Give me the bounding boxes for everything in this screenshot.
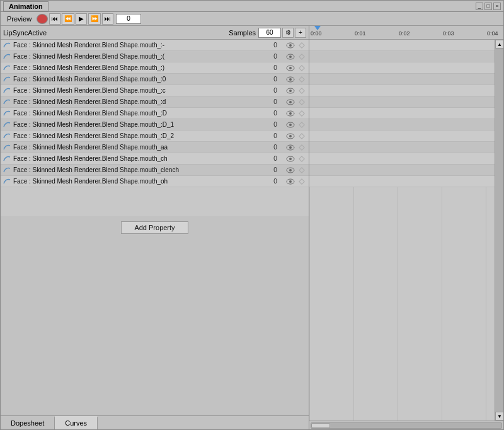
property-value: 0 bbox=[266, 110, 285, 117]
v-scrollbar[interactable]: ▲ ▼ bbox=[495, 40, 503, 421]
svg-rect-26 bbox=[299, 133, 304, 138]
svg-point-25 bbox=[289, 135, 292, 137]
timeline-row[interactable] bbox=[309, 153, 495, 165]
diamond-icon[interactable] bbox=[296, 63, 307, 73]
property-value: 0 bbox=[266, 144, 285, 151]
play-button[interactable]: ▶ bbox=[76, 13, 87, 25]
eye-icon[interactable] bbox=[285, 40, 296, 50]
svg-point-7 bbox=[289, 67, 292, 69]
h-scrollbar[interactable] bbox=[309, 421, 503, 429]
property-row: Face : Skinned Mesh Renderer.Blend Shape… bbox=[1, 131, 309, 142]
timeline-row[interactable] bbox=[309, 108, 495, 119]
property-value: 0 bbox=[266, 87, 285, 94]
eye-icon[interactable] bbox=[285, 165, 296, 175]
settings-button[interactable]: ⚙ bbox=[282, 28, 294, 38]
property-row: Face : Skinned Mesh Renderer.Blend Shape… bbox=[1, 165, 309, 176]
property-value: 0 bbox=[266, 166, 285, 173]
svg-rect-2 bbox=[299, 42, 304, 47]
timeline-body bbox=[309, 40, 495, 421]
h-scroll-track[interactable] bbox=[311, 422, 502, 429]
prev-frame-button[interactable]: ⏪ bbox=[62, 13, 74, 25]
timeline-row[interactable] bbox=[309, 119, 495, 131]
timeline-tick: 0:04 bbox=[487, 30, 498, 37]
v-scroll-up[interactable]: ▲ bbox=[495, 40, 503, 49]
diamond-icon[interactable] bbox=[296, 97, 307, 107]
timeline-row[interactable] bbox=[309, 142, 495, 153]
timeline-row[interactable] bbox=[309, 176, 495, 187]
diamond-icon[interactable] bbox=[296, 86, 307, 96]
property-name: Face : Skinned Mesh Renderer.Blend Shape… bbox=[13, 178, 266, 185]
timeline-row[interactable] bbox=[309, 40, 495, 51]
next-frame-button[interactable]: ⏩ bbox=[88, 13, 101, 25]
skip-forward-button[interactable]: ⏭ bbox=[102, 13, 113, 25]
timeline-tick: 0:02 bbox=[399, 30, 410, 37]
record-button[interactable] bbox=[37, 14, 48, 24]
diamond-icon[interactable] bbox=[296, 74, 307, 84]
diamond-icon[interactable] bbox=[296, 131, 307, 141]
property-value: 0 bbox=[266, 53, 285, 60]
v-scroll-down[interactable]: ▼ bbox=[495, 412, 503, 421]
bottom-tab-dopesheet[interactable]: Dopesheet bbox=[1, 416, 55, 429]
timeline-row[interactable] bbox=[309, 62, 495, 74]
property-name: Face : Skinned Mesh Renderer.Blend Shape… bbox=[13, 76, 266, 83]
diamond-icon[interactable] bbox=[296, 120, 307, 130]
eye-icon[interactable] bbox=[285, 74, 296, 84]
diamond-icon[interactable] bbox=[296, 165, 307, 175]
diamond-icon[interactable] bbox=[296, 177, 307, 187]
eye-icon[interactable] bbox=[285, 86, 296, 96]
playhead[interactable] bbox=[314, 26, 321, 30]
timeline-tick: 0:00 bbox=[311, 30, 322, 37]
eye-icon[interactable] bbox=[285, 142, 296, 153]
timeline-row[interactable] bbox=[309, 85, 495, 96]
h-scroll-thumb[interactable] bbox=[311, 423, 330, 428]
skip-back-button[interactable]: ⏮ bbox=[49, 13, 60, 25]
eye-icon[interactable] bbox=[285, 177, 296, 187]
timeline-row[interactable] bbox=[309, 51, 495, 62]
eye-icon[interactable] bbox=[285, 52, 296, 62]
bottom-tab-curves[interactable]: Curves bbox=[55, 416, 98, 429]
property-value: 0 bbox=[266, 155, 285, 162]
diamond-icon[interactable] bbox=[296, 108, 307, 119]
eye-icon[interactable] bbox=[285, 120, 296, 130]
eye-icon[interactable] bbox=[285, 63, 296, 73]
eye-icon[interactable] bbox=[285, 97, 296, 107]
svg-point-28 bbox=[289, 146, 292, 149]
eye-icon[interactable] bbox=[285, 108, 296, 119]
svg-point-34 bbox=[289, 169, 292, 171]
timeline-row[interactable] bbox=[309, 165, 495, 176]
eye-icon[interactable] bbox=[285, 154, 296, 164]
diamond-icon[interactable] bbox=[296, 142, 307, 153]
samples-input[interactable] bbox=[258, 28, 281, 38]
property-icon bbox=[2, 120, 12, 130]
diamond-icon[interactable] bbox=[296, 52, 307, 62]
close-button[interactable]: × bbox=[493, 3, 501, 10]
toolbar: Preview ⏮ ⏪ ▶ ⏩ ⏭ bbox=[1, 12, 503, 26]
property-name: Face : Skinned Mesh Renderer.Blend Shape… bbox=[13, 132, 266, 139]
svg-rect-29 bbox=[299, 144, 304, 149]
add-property-area: Add Property bbox=[1, 216, 309, 239]
property-name: Face : Skinned Mesh Renderer.Blend Shape… bbox=[13, 110, 266, 117]
timeline-row[interactable] bbox=[309, 96, 495, 108]
diamond-icon[interactable] bbox=[296, 40, 307, 50]
animation-window: Animation _ □ × Preview ⏮ ⏪ ▶ ⏩ ⏭ LipSyn… bbox=[0, 0, 504, 430]
timeline-row[interactable] bbox=[309, 74, 495, 85]
svg-rect-23 bbox=[299, 122, 304, 127]
maximize-button[interactable]: □ bbox=[484, 3, 492, 10]
timeline-row[interactable] bbox=[309, 131, 495, 142]
property-icon bbox=[2, 63, 12, 73]
title-bar: Animation _ □ × bbox=[1, 1, 503, 12]
property-row: Face : Skinned Mesh Renderer.Blend Shape… bbox=[1, 176, 309, 187]
property-row: Face : Skinned Mesh Renderer.Blend Shape… bbox=[1, 119, 309, 131]
v-scroll-track[interactable] bbox=[495, 49, 503, 412]
diamond-icon[interactable] bbox=[296, 154, 307, 164]
properties-list: Face : Skinned Mesh Renderer.Blend Shape… bbox=[1, 40, 309, 216]
property-icon bbox=[2, 97, 12, 107]
add-clip-button[interactable]: + bbox=[295, 28, 306, 38]
add-property-button[interactable]: Add Property bbox=[121, 221, 188, 234]
minimize-button[interactable]: _ bbox=[476, 3, 483, 10]
property-name: Face : Skinned Mesh Renderer.Blend Shape… bbox=[13, 166, 266, 173]
timeline-tick: 0:01 bbox=[355, 30, 366, 37]
time-input[interactable] bbox=[116, 14, 141, 24]
property-value: 0 bbox=[266, 178, 285, 185]
eye-icon[interactable] bbox=[285, 131, 296, 141]
